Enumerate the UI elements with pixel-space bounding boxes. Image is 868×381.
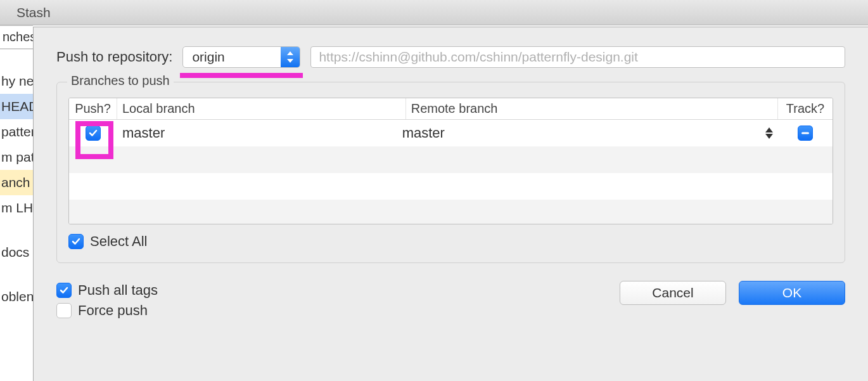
bg-item: anch: [0, 170, 33, 195]
titlebar: Stash: [0, 0, 868, 25]
bg-header: nches: [0, 26, 33, 49]
background-sidebar: nches hy ne HEAD patter m pat anch m LH …: [0, 25, 33, 381]
cancel-button[interactable]: Cancel: [620, 281, 726, 305]
table-row[interactable]: master master: [69, 120, 833, 146]
bg-item: docs: [0, 240, 33, 265]
table-header: Push? Local branch Remote branch Track?: [69, 98, 833, 120]
branches-table: Push? Local branch Remote branch Track? …: [68, 98, 833, 224]
push-all-tags-checkbox[interactable]: [56, 283, 72, 298]
bg-item: HEAD: [0, 94, 33, 119]
select-all-checkbox[interactable]: [68, 234, 84, 249]
cell-local-branch: master: [117, 120, 397, 146]
ok-button[interactable]: OK: [739, 281, 845, 305]
remote-select-value: origin: [192, 49, 224, 65]
remote-select[interactable]: origin: [182, 46, 300, 68]
remote-url-value: https://cshinn@github.com/cshinn/pattern…: [319, 49, 637, 65]
push-dialog: Push to repository: origin https://cshin…: [33, 27, 868, 381]
bg-item: m pat: [0, 145, 33, 170]
force-push-checkbox[interactable]: [56, 303, 72, 318]
force-push-label: Force push: [78, 302, 148, 319]
bg-item: patter: [0, 119, 33, 145]
bg-item: oblen: [0, 284, 33, 309]
remote-url-field[interactable]: https://cshinn@github.com/cshinn/pattern…: [310, 46, 845, 68]
th-local[interactable]: Local branch: [117, 98, 406, 119]
stepper-icon[interactable]: [765, 127, 773, 139]
th-remote[interactable]: Remote branch: [406, 98, 778, 119]
track-checkbox[interactable]: [798, 126, 813, 141]
bg-item: m LH: [0, 195, 33, 221]
th-push[interactable]: Push?: [69, 98, 117, 119]
th-track[interactable]: Track?: [778, 98, 833, 119]
push-all-tags-label: Push all tags: [78, 282, 158, 299]
window-title: Stash: [16, 5, 51, 20]
branches-legend: Branches to push: [67, 74, 174, 88]
branches-fieldset: Branches to push Push? Local branch Remo…: [56, 82, 845, 263]
bg-item: hy ne: [0, 68, 33, 94]
push-repo-label: Push to repository:: [56, 49, 172, 65]
chevron-updown-icon: [281, 47, 300, 67]
push-checkbox[interactable]: [86, 126, 101, 141]
cell-remote-branch[interactable]: master: [397, 120, 778, 146]
annotation-underline: [180, 73, 303, 78]
select-all-label: Select All: [90, 233, 148, 250]
